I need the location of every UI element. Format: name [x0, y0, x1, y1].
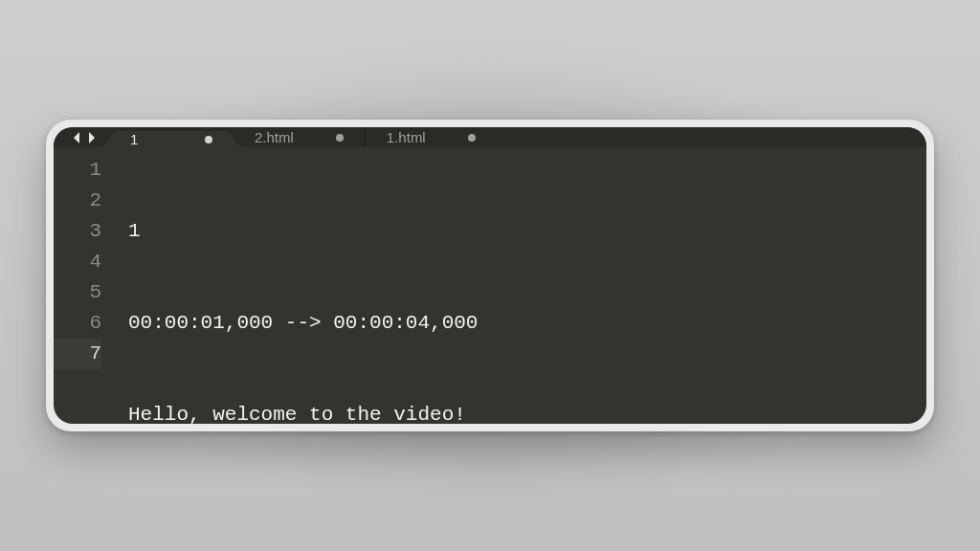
modified-dot-icon	[336, 134, 344, 142]
line-number: 3	[54, 216, 101, 247]
code-line: Hello, welcome to the video!	[128, 400, 913, 424]
tab-label: 2.html	[255, 129, 294, 145]
tab-label: 1	[130, 131, 138, 147]
window-frame: 1 2.html 1.html 1 2 3 4 5 6 7	[46, 120, 934, 431]
line-number-gutter: 1 2 3 4 5 6 7	[54, 153, 115, 424]
chevron-right-icon	[86, 130, 98, 145]
code-text[interactable]: 1 00:00:01,000 --> 00:00:04,000 Hello, w…	[115, 153, 926, 424]
code-line: 1	[128, 216, 913, 247]
line-number: 2	[54, 186, 101, 216]
line-number: 5	[54, 277, 101, 308]
code-area[interactable]: 1 2 3 4 5 6 7 1 00:00:01,000 --> 00:00:0…	[54, 147, 926, 424]
chevron-left-icon	[71, 130, 82, 145]
code-line: 00:00:01,000 --> 00:00:04,000	[128, 308, 913, 339]
tab-file-1[interactable]: 1	[109, 131, 234, 147]
tab-file-2[interactable]: 2.html	[234, 127, 365, 147]
line-number: 6	[54, 308, 101, 339]
line-number: 4	[54, 247, 101, 277]
editor: 1 2.html 1.html 1 2 3 4 5 6 7	[54, 127, 926, 424]
line-number: 7	[54, 339, 101, 369]
line-number: 1	[54, 155, 101, 186]
tab-bar: 1 2.html 1.html	[54, 127, 926, 147]
modified-dot-icon	[468, 134, 476, 142]
tab-file-3[interactable]: 1.html	[365, 127, 497, 147]
tab-label: 1.html	[387, 129, 426, 145]
modified-dot-icon	[205, 136, 212, 143]
